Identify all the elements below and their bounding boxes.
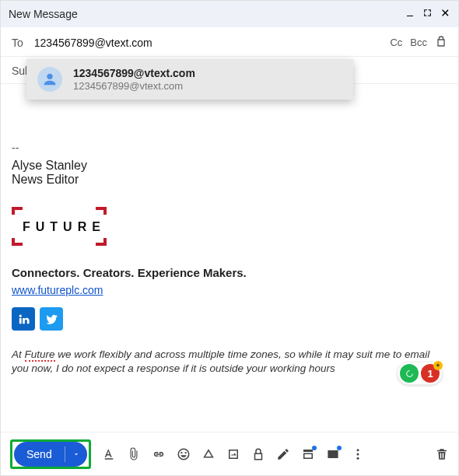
to-row: To Cc Bcc — [1, 27, 458, 57]
logo-corner — [12, 207, 23, 215]
logo-corner — [96, 207, 107, 215]
attach-icon[interactable] — [127, 447, 141, 461]
compose-window: New Message To Cc Bcc Sub — [0, 0, 459, 476]
extension-badges: 1 + — [397, 362, 443, 385]
social-links — [12, 307, 447, 331]
to-input[interactable] — [34, 37, 380, 49]
delete-icon[interactable] — [435, 447, 449, 461]
image-icon[interactable] — [226, 447, 240, 461]
template-icon[interactable] — [301, 447, 315, 461]
send-highlight: Send — [10, 439, 91, 469]
send-button-group: Send — [14, 442, 87, 467]
autocomplete-dropdown: 1234567899@vtext.com 1234567899@vtext.co… — [26, 59, 353, 100]
notification-badge[interactable]: 1 + — [421, 364, 440, 383]
window-title: New Message — [9, 8, 78, 20]
more-options-icon[interactable] — [351, 447, 365, 461]
lock-icon[interactable] — [435, 35, 447, 50]
autocomplete-primary: 1234567899@vtext.com — [73, 67, 195, 80]
signature-tagline: Connectors. Creators. Experience Makers. — [12, 266, 447, 279]
autocomplete-item[interactable]: 1234567899@vtext.com 1234567899@vtext.co… — [26, 59, 353, 100]
confidential-icon[interactable] — [251, 447, 265, 461]
indicator-dot — [337, 446, 342, 450]
signature-url[interactable]: www.futureplc.com — [12, 284, 103, 296]
minimize-icon[interactable] — [405, 8, 415, 20]
bcc-button[interactable]: Bcc — [410, 37, 427, 48]
close-icon[interactable] — [440, 8, 450, 20]
signature-icon[interactable] — [276, 447, 290, 461]
logo-corner — [12, 238, 23, 246]
signature-role: News Editor — [12, 173, 447, 187]
indicator-dot — [312, 446, 317, 450]
signature-divider: -- — [12, 142, 447, 154]
grammarly-icon[interactable] — [400, 364, 419, 383]
title-bar: New Message — [1, 1, 458, 27]
svg-point-1 — [47, 74, 52, 79]
emoji-icon[interactable] — [177, 447, 191, 461]
svg-point-2 — [356, 449, 359, 451]
to-right-controls: Cc Bcc — [390, 35, 447, 50]
window-controls — [405, 8, 450, 20]
to-label: To — [12, 37, 23, 49]
expand-icon[interactable] — [422, 8, 433, 20]
plus-indicator: + — [433, 361, 443, 370]
link-icon[interactable] — [152, 447, 166, 461]
note-future-word: Future — [25, 348, 55, 362]
signature-note: At Future we work flexibly and across mu… — [12, 348, 447, 376]
autocomplete-text: 1234567899@vtext.com 1234567899@vtext.co… — [73, 67, 195, 92]
send-more-button[interactable] — [65, 450, 87, 458]
send-button[interactable]: Send — [14, 448, 65, 460]
svg-rect-0 — [407, 16, 413, 16]
twitter-icon[interactable] — [40, 307, 63, 331]
future-logo: FUTURE — [12, 207, 121, 246]
message-body[interactable]: -- Alyse Stanley News Editor FUTURE Conn… — [1, 84, 458, 432]
cc-button[interactable]: Cc — [390, 37, 402, 48]
avatar-icon — [37, 67, 62, 92]
logo-text: FUTURE — [23, 220, 106, 234]
svg-point-4 — [356, 457, 359, 459]
signature-name: Alyse Stanley — [12, 159, 447, 173]
tracking-icon[interactable] — [326, 447, 340, 461]
compose-toolbar: Send — [1, 432, 458, 475]
svg-point-3 — [356, 453, 359, 455]
autocomplete-secondary: 1234567899@vtext.com — [73, 80, 195, 93]
drive-icon[interactable] — [201, 447, 215, 461]
format-icon[interactable] — [102, 447, 116, 461]
logo-corner — [96, 238, 107, 246]
linkedin-icon[interactable] — [12, 307, 35, 331]
